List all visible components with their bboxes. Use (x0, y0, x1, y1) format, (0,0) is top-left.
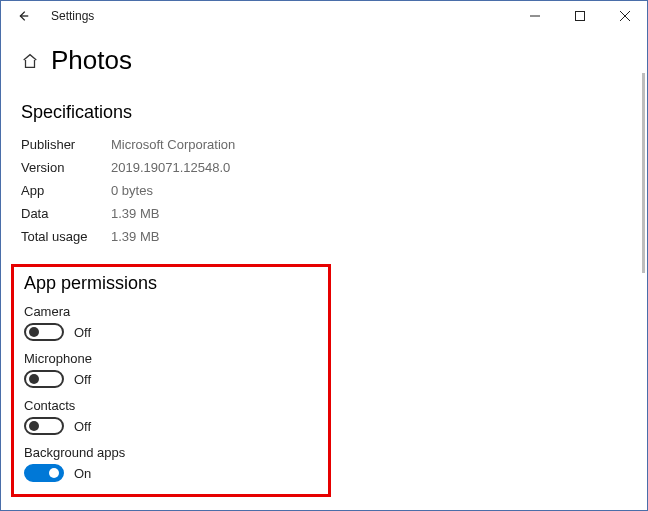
toggle-knob (49, 468, 59, 478)
spec-value: 0 bytes (111, 183, 153, 198)
svg-rect-0 (575, 12, 584, 21)
toggle-knob (29, 421, 39, 431)
spec-label: Data (21, 206, 111, 221)
toggle-knob (29, 374, 39, 384)
home-icon (21, 52, 39, 70)
toggle-state-text: Off (74, 325, 91, 340)
maximize-button[interactable] (557, 1, 602, 31)
spec-value: 1.39 MB (111, 229, 159, 244)
microphone-toggle[interactable] (24, 370, 64, 388)
scrollbar[interactable] (642, 73, 645, 273)
back-button[interactable] (9, 2, 37, 30)
permission-contacts: Contacts Off (24, 398, 318, 435)
close-button[interactable] (602, 1, 647, 31)
titlebar: Settings (1, 1, 647, 31)
toggle-row: On (24, 464, 318, 482)
page-title: Photos (51, 45, 132, 76)
toggle-state-text: On (74, 466, 91, 481)
minimize-icon (530, 11, 540, 21)
toggle-row: Off (24, 323, 318, 341)
permission-camera: Camera Off (24, 304, 318, 341)
home-button[interactable] (21, 52, 39, 70)
spec-row: Data 1.39 MB (21, 202, 627, 225)
spec-value: 1.39 MB (111, 206, 159, 221)
toggle-state-text: Off (74, 372, 91, 387)
permission-label: Microphone (24, 351, 318, 366)
close-icon (620, 11, 630, 21)
specifications-list: Publisher Microsoft Corporation Version … (21, 133, 627, 248)
content: Photos Specifications Publisher Microsof… (1, 31, 647, 497)
spec-label: Publisher (21, 137, 111, 152)
spec-label: App (21, 183, 111, 198)
spec-row: Publisher Microsoft Corporation (21, 133, 627, 156)
permission-microphone: Microphone Off (24, 351, 318, 388)
specifications-title: Specifications (21, 102, 627, 123)
spec-label: Total usage (21, 229, 111, 244)
permission-label: Camera (24, 304, 318, 319)
camera-toggle[interactable] (24, 323, 64, 341)
toggle-row: Off (24, 370, 318, 388)
toggle-row: Off (24, 417, 318, 435)
spec-row: Version 2019.19071.12548.0 (21, 156, 627, 179)
permissions-title: App permissions (24, 273, 318, 294)
permission-background-apps: Background apps On (24, 445, 318, 482)
permission-label: Contacts (24, 398, 318, 413)
window-title: Settings (51, 9, 94, 23)
window-controls (512, 1, 647, 31)
maximize-icon (575, 11, 585, 21)
minimize-button[interactable] (512, 1, 557, 31)
arrow-left-icon (16, 9, 30, 23)
background-apps-toggle[interactable] (24, 464, 64, 482)
spec-label: Version (21, 160, 111, 175)
contacts-toggle[interactable] (24, 417, 64, 435)
toggle-knob (29, 327, 39, 337)
permission-label: Background apps (24, 445, 318, 460)
spec-value: Microsoft Corporation (111, 137, 235, 152)
toggle-state-text: Off (74, 419, 91, 434)
spec-value: 2019.19071.12548.0 (111, 160, 230, 175)
app-permissions-section: App permissions Camera Off Microphone Of… (11, 264, 331, 497)
spec-row: App 0 bytes (21, 179, 627, 202)
spec-row: Total usage 1.39 MB (21, 225, 627, 248)
page-header: Photos (21, 45, 627, 76)
